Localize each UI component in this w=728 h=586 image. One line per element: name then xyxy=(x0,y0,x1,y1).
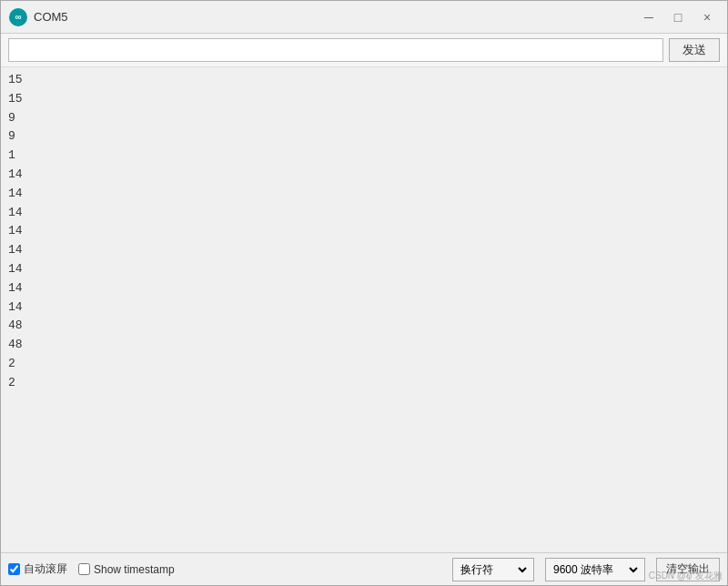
output-line: 2 xyxy=(8,374,720,393)
autoscroll-checkbox-item[interactable]: 自动滚屏 xyxy=(8,561,67,577)
output-line: 2 xyxy=(8,355,720,374)
window-controls: ─ □ × xyxy=(636,6,720,28)
autoscroll-checkbox[interactable] xyxy=(8,563,20,575)
output-line: 14 xyxy=(8,279,720,298)
output-line: 1 xyxy=(8,146,720,166)
output-line: 9 xyxy=(8,127,720,146)
output-line: 14 xyxy=(8,185,720,204)
main-window: ∞ COM5 ─ □ × 发送 151599114141414141414144… xyxy=(0,0,728,586)
watermark: CSDN @矿友花雅 xyxy=(649,570,723,582)
output-line: 14 xyxy=(8,241,720,260)
output-line: 15 xyxy=(8,90,720,109)
timestamp-label: Show timestamp xyxy=(94,563,175,576)
serial-output[interactable]: 15159911414141414141414484822 xyxy=(1,67,727,552)
line-ending-select[interactable]: 没有行结尾换行符回车换行并回车 xyxy=(457,562,530,577)
title-bar: ∞ COM5 ─ □ × xyxy=(1,1,727,34)
baud-select[interactable]: 300 波特率1200 波特率2400 波特率4800 波特率9600 波特率1… xyxy=(550,562,641,577)
baud-dropdown[interactable]: 300 波特率1200 波特率2400 波特率4800 波特率9600 波特率1… xyxy=(545,558,645,581)
output-line: 14 xyxy=(8,222,720,241)
timestamp-checkbox[interactable] xyxy=(78,563,90,575)
window-title: COM5 xyxy=(34,10,636,24)
status-bar: 自动滚屏 Show timestamp 没有行结尾换行符回车换行并回车 300 … xyxy=(1,552,727,585)
output-line: 48 xyxy=(8,317,720,336)
toolbar: 发送 xyxy=(1,34,727,67)
output-line: 14 xyxy=(8,298,720,318)
output-line: 14 xyxy=(8,260,720,279)
minimize-button[interactable]: ─ xyxy=(636,6,662,28)
output-line: 15 xyxy=(8,71,720,90)
autoscroll-label: 自动滚屏 xyxy=(24,561,67,577)
close-button[interactable]: × xyxy=(694,6,720,28)
line-ending-dropdown[interactable]: 没有行结尾换行符回车换行并回车 xyxy=(452,558,534,581)
timestamp-checkbox-item[interactable]: Show timestamp xyxy=(78,563,175,576)
output-line: 14 xyxy=(8,166,720,185)
output-line: 9 xyxy=(8,109,720,128)
app-icon: ∞ xyxy=(8,7,28,27)
output-line: 48 xyxy=(8,336,720,355)
send-input[interactable] xyxy=(8,38,663,62)
output-line: 14 xyxy=(8,204,720,223)
maximize-button[interactable]: □ xyxy=(665,6,691,28)
arduino-logo: ∞ xyxy=(9,8,27,26)
send-button[interactable]: 发送 xyxy=(669,38,720,62)
